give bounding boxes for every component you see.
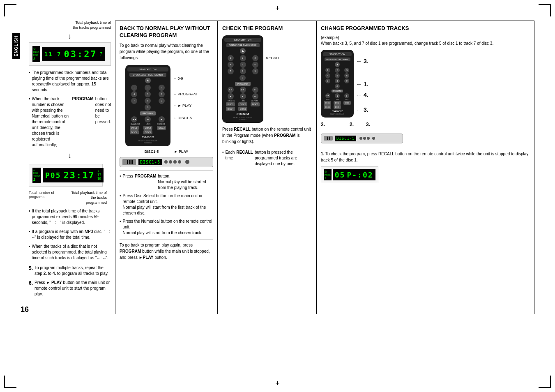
step-6-text: Press ► PLAY button on the main unit or … — [35, 280, 111, 297]
program-label-small: PROG — [33, 51, 39, 53]
label-disc15: ← DISC1-5 — [173, 116, 197, 120]
page-container: ENGLISH Total playback time ofthe tracks… — [0, 0, 555, 392]
knob1 — [359, 137, 362, 140]
recall-label: RECALL — [266, 56, 280, 60]
unit-knob-4 — [178, 160, 181, 164]
chg-discs2: DSC4 DSC5 — [323, 105, 352, 109]
unit-knob-3 — [173, 160, 177, 164]
rf-btn-9: 9 — [159, 98, 165, 104]
chg-step-labels-1: ← 3. ← 1. ← 4. ← 3. — [356, 50, 368, 113]
rf-standby: STANDBY ON — [127, 67, 168, 71]
disc-num-2: 2 — [33, 178, 40, 182]
bullet-item: When the tracks of a disc that is not se… — [29, 244, 111, 261]
bullet-item: The programmed track numbers and total p… — [29, 70, 111, 93]
cd-icon: ⊙ — [33, 47, 39, 51]
chg-discs1: DSC1 DSC2 DSC3 — [323, 101, 352, 105]
display1-time: 03:27 — [64, 49, 97, 59]
disc-num-1: 2 — [33, 57, 39, 61]
check-rf-mode: RANDOM JMS REPEAT — [224, 100, 261, 102]
rf-btn-7: 7 — [131, 98, 137, 104]
chg-0row: 0 — [323, 84, 352, 89]
remote-side-labels: ← 0-9 ← PROGRAM ← ► PLAY ← DISC1-5 — [173, 65, 197, 120]
change-units-col: 2. 2. 3. ▐▐ DISC1-5 — [321, 122, 403, 147]
separator-1 — [120, 171, 213, 171]
disc-label-small: DISC — [33, 54, 39, 56]
main-unit-buttons: ▐▐▐ — [122, 159, 136, 165]
step-6-num: 6. — [29, 280, 33, 297]
rf-stop: ■ — [145, 116, 151, 122]
unit-knob-2 — [169, 160, 172, 164]
rf-transport: ◄◄ ■ ► — [127, 116, 168, 122]
caption-line: Total number of programs Total playback … — [29, 191, 107, 205]
rf-prev: ◄◄ — [131, 116, 137, 122]
label-play: ← ► PLAY — [173, 104, 197, 108]
step-label-1: ← 1. — [356, 81, 368, 88]
check-bullet1: Each time RECALL button is pressed the p… — [222, 150, 312, 167]
chg-mode: RND JMS RPT — [323, 99, 352, 101]
chg-rf-hdr: STANDBY ON — [323, 52, 352, 56]
rf-btn-1: 1 — [131, 85, 137, 91]
top-arrow-label: Total playback time ofthe tracks program… — [29, 21, 111, 30]
change-title: CHANGE PROGRAMMED TRACKS — [321, 25, 530, 32]
remote-full-diagram: STANDBY ON OPEN/CLOSE TIME DIMMER ▲ 1 2 … — [125, 65, 170, 146]
display1-sub: 7 — [100, 52, 102, 56]
step-label-3a: ← 3. — [356, 58, 368, 65]
main-unit-display: DISC1-5 — [138, 159, 162, 165]
check-program-section: CHECK THE PROGRAM STANDBY ON OPEN/CLOSE … — [218, 21, 316, 314]
bullet-item: If the total playback time of the tracks… — [29, 208, 111, 226]
bullet-list-bottom: If the total playback time of the tracks… — [29, 208, 111, 261]
rf-row-123: 1 2 3 — [127, 85, 168, 91]
change-disp-disc-num: 1 — [325, 177, 331, 180]
steps-list: 5. To program multiple tracks, repeat th… — [29, 265, 111, 297]
track-label-2: TRACK — [33, 175, 40, 177]
chg-123: 1 2 3 — [323, 68, 352, 73]
display1-track: 11 7 — [44, 51, 62, 58]
chg-456: 4 5 6 — [323, 73, 352, 78]
step-5: 5. To program multiple tracks, repeat th… — [29, 265, 111, 277]
rf-disc1: DISC1 — [130, 126, 139, 130]
display-box-1: ⊙ PROG DISC 2 11 7 03:27 7 — [29, 42, 111, 66]
recall-label-wrapper: RECALL — [266, 35, 280, 123]
language-tab: ENGLISH — [12, 33, 20, 59]
chg-unit-1-btns: ▐▐ — [324, 136, 333, 141]
rf-disc-row-1: DISC1 DISC2 DISC3 — [127, 126, 168, 130]
bullet-disc-select: Press Disc Select button on the main uni… — [120, 193, 213, 216]
rf-row-789: 7 8 9 — [127, 98, 168, 104]
rf-btn-2: 2 — [145, 85, 151, 91]
corner-mark-br — [539, 376, 551, 388]
corner-mark-tr — [539, 4, 551, 16]
rf-btn-3: 3 — [159, 85, 165, 91]
rf-disc5: DISC5 — [143, 130, 152, 134]
arrow-down-1: ↓ — [29, 32, 111, 41]
bullet-item: If a program is setup with an MP3 disc, … — [29, 229, 111, 240]
rf-program-btn: PROGRAM — [127, 111, 168, 115]
rf-btn-4: 4 — [131, 91, 137, 97]
knob2 — [363, 137, 366, 140]
rf-model: REMOTE CONTROLLERRC3001CC — [127, 140, 168, 144]
chg-logo: marantz — [323, 110, 352, 113]
check-rf-discs1: DISC1 DISC2 DISC3 — [224, 102, 261, 106]
step-5-num: 5. — [29, 265, 33, 277]
rf-logo: marantz — [127, 135, 168, 139]
chg-rf-open: OPEN/CLOSE TIME DIMMER — [325, 58, 350, 61]
disc-label-2: DISC — [33, 172, 40, 174]
display-box-2: ⊙ DISC TRACK 2 P05 23:17 7 13 10 — [29, 164, 103, 187]
main-content: ENGLISH Total playback time ofthe tracks… — [8, 21, 547, 314]
main-unit-diagram: ▐▐▐ DISC1-5 — [120, 157, 213, 167]
rf-row-456: 4 5 6 — [127, 91, 168, 97]
display2-sub: 7 13 10 — [97, 170, 101, 181]
change-example-text: When tracks 3, 5, and 7 of disc 1 are pr… — [321, 41, 530, 46]
check-rf-prog: PROGRAM — [224, 82, 261, 86]
remote-diagram-wrapper: STANDBY ON OPEN/CLOSE TIME DIMMER ▲ 1 2 … — [125, 65, 207, 146]
rf-disc-row-2: DISC4 DISC5 — [127, 130, 168, 134]
caption-right: Total playback time ofthe tracks program… — [70, 191, 107, 205]
step-5-text: To program multiple tracks, repeat the s… — [35, 265, 111, 277]
unit-play-btn — [185, 160, 189, 164]
crosshair-top — [275, 4, 280, 13]
bullet-numerical: Press the Numerical button on the remote… — [120, 219, 213, 236]
crosshair-bottom — [275, 379, 280, 388]
check-rf-456: 4 5 6 — [224, 62, 261, 68]
rf-btn-0: 0 — [145, 104, 151, 111]
change-example-label: (example) — [321, 35, 530, 40]
check-rf-logo: marantz — [224, 112, 261, 115]
